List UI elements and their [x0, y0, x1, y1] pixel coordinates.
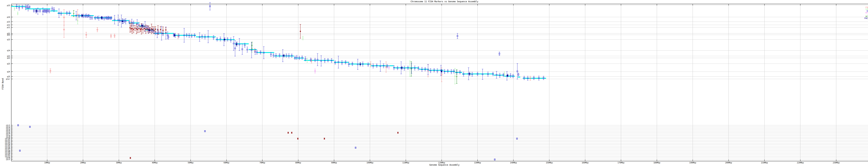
svg-text:200Mbp: 200Mbp: [725, 162, 732, 164]
svg-text:110Mbp: 110Mbp: [402, 162, 409, 164]
svg-text:170Mbp: 170Mbp: [618, 162, 624, 164]
svg-text:120Mbp: 120Mbp: [438, 162, 445, 164]
svg-text:190Mbp: 190Mbp: [689, 162, 696, 164]
svg-text:100Mbp: 100Mbp: [367, 162, 373, 164]
svg-text:q21: q21: [7, 55, 10, 57]
svg-text:160Mbp: 160Mbp: [582, 162, 589, 164]
svg-text:q12: q12: [7, 34, 10, 36]
svg-text:p13: p13: [7, 21, 10, 23]
svg-text:60Mbp: 60Mbp: [224, 162, 229, 164]
svg-text:40Mbp: 40Mbp: [152, 162, 158, 164]
svg-text:30Mbp: 30Mbp: [116, 162, 122, 164]
svg-text:q14: q14: [7, 50, 10, 52]
svg-text:p12: p12: [7, 24, 10, 26]
legend: CSMCLANLNCIRPCISCUCSFFHCRC: [864, 6, 868, 20]
series-UCSF: [73, 10, 457, 84]
svg-text:220Mbp: 220Mbp: [797, 162, 804, 164]
svg-text:230Mbp: 230Mbp: [833, 162, 840, 164]
svg-text:130Mbp: 130Mbp: [474, 162, 481, 164]
svg-text:180Mbp: 180Mbp: [653, 162, 660, 164]
svg-text:90Mbp: 90Mbp: [331, 162, 337, 164]
gridlines: [11, 4, 868, 161]
series-RPCI: [314, 65, 390, 73]
svg-text:p11: p11: [7, 26, 10, 28]
svg-text:p15: p15: [7, 4, 10, 6]
svg-text:150Mbp: 150Mbp: [546, 162, 553, 164]
svg-text:chrY: chrY: [6, 159, 10, 161]
svg-text:140Mbp: 140Mbp: [510, 162, 517, 164]
svg-text:qter: qter: [6, 78, 10, 80]
svg-text:FHCRC: FHCRC: [864, 17, 868, 20]
y-tick-labels: p15p14p13p12p11q11q12q13q14q21q22q23q24q…: [5, 4, 10, 161]
series-NCI: [16, 2, 544, 160]
series-SC: [129, 23, 399, 159]
svg-text:p14: p14: [7, 16, 10, 18]
svg-text:10Mbp: 10Mbp: [44, 162, 50, 164]
svg-text:q24: q24: [7, 71, 10, 73]
svg-text:q23: q23: [7, 63, 10, 65]
series-LANL: [14, 7, 505, 84]
svg-text:q25: q25: [7, 76, 10, 78]
chart: Chromosome 11 FISH Markers vs Genome Seq…: [0, 0, 868, 167]
plot-frame: [11, 4, 868, 161]
plot-area: p15p14p13p12p11q11q12q13q14q21q22q23q24q…: [0, 0, 868, 167]
svg-text:q22: q22: [7, 57, 10, 59]
svg-text:80Mbp: 80Mbp: [295, 162, 301, 164]
svg-text:70Mbp: 70Mbp: [259, 162, 265, 164]
svg-text:20Mbp: 20Mbp: [80, 162, 86, 164]
svg-text:50Mbp: 50Mbp: [188, 162, 193, 164]
svg-text:210Mbp: 210Mbp: [761, 162, 768, 164]
svg-text:q13: q13: [7, 38, 10, 40]
x-tick-labels: 10Mbp20Mbp30Mbp40Mbp50Mbp60Mbp70Mbp80Mbp…: [44, 162, 868, 164]
